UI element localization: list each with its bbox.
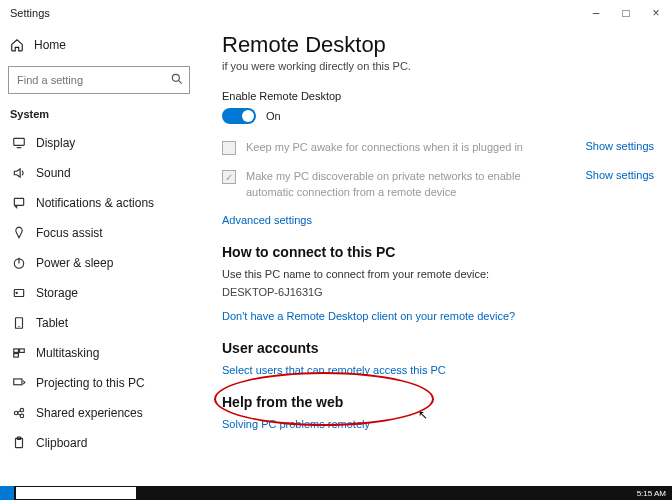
clipboard-icon <box>12 436 26 450</box>
advanced-settings-link[interactable]: Advanced settings <box>222 214 654 226</box>
sidebar-search[interactable] <box>8 66 190 94</box>
connect-text: Use this PC name to connect from your re… <box>222 268 654 280</box>
sound-icon <box>12 166 26 180</box>
svg-point-0 <box>172 74 179 81</box>
window-title: Settings <box>8 7 588 19</box>
sidebar-item-power[interactable]: Power & sleep <box>8 248 190 278</box>
sidebar-item-projecting[interactable]: Projecting to this PC <box>8 368 190 398</box>
sidebar-item-clipboard[interactable]: Clipboard <box>8 428 190 458</box>
svg-rect-12 <box>20 349 25 353</box>
sidebar-home[interactable]: Home <box>8 32 190 62</box>
titlebar: Settings – □ × <box>0 0 672 26</box>
sidebar-item-sound[interactable]: Sound <box>8 158 190 188</box>
search-input[interactable] <box>8 66 190 94</box>
sidebar-item-notifications[interactable]: Notifications & actions <box>8 188 190 218</box>
help-link[interactable]: Solving PC problems remotely <box>222 418 654 430</box>
sidebar-item-label: Tablet <box>36 316 68 330</box>
sidebar-item-label: Focus assist <box>36 226 103 240</box>
home-icon <box>10 38 24 52</box>
main-content: Remote Desktop if you were working direc… <box>198 26 672 486</box>
svg-rect-4 <box>14 198 23 205</box>
svg-rect-14 <box>14 379 22 385</box>
sidebar-item-display[interactable]: Display <box>8 128 190 158</box>
page-title: Remote Desktop <box>222 32 654 58</box>
window-buttons: – □ × <box>588 6 664 20</box>
svg-line-18 <box>17 411 21 413</box>
sidebar-item-label: Notifications & actions <box>36 196 154 210</box>
sidebar-item-multitasking[interactable]: Multitasking <box>8 338 190 368</box>
keep-awake-checkbox[interactable] <box>222 141 236 155</box>
sidebar-home-label: Home <box>34 38 66 52</box>
sidebar-item-label: Sound <box>36 166 71 180</box>
keep-awake-label: Keep my PC awake for connections when it… <box>246 140 576 155</box>
sidebar-item-label: Shared experiences <box>36 406 143 420</box>
enable-label: Enable Remote Desktop <box>222 90 654 102</box>
taskbar-search[interactable] <box>16 487 136 499</box>
sidebar-item-label: Display <box>36 136 75 150</box>
search-icon <box>170 72 184 86</box>
multitasking-icon <box>12 346 26 360</box>
sidebar-group-head: System <box>10 108 190 120</box>
sidebar-item-label: Storage <box>36 286 78 300</box>
sidebar-item-storage[interactable]: Storage <box>8 278 190 308</box>
svg-rect-2 <box>14 138 25 145</box>
shared-icon <box>12 406 26 420</box>
taskbar[interactable]: 5:15 AM <box>0 486 672 500</box>
svg-line-19 <box>17 414 21 416</box>
tablet-icon <box>12 316 26 330</box>
sidebar-item-shared[interactable]: Shared experiences <box>8 398 190 428</box>
sidebar-item-label: Power & sleep <box>36 256 113 270</box>
discoverable-label: Make my PC discoverable on private netwo… <box>246 169 576 200</box>
user-accounts-heading: User accounts <box>222 340 654 356</box>
taskbar-clock[interactable]: 5:15 AM <box>631 489 672 498</box>
sidebar: Home System Display Sound Notifications … <box>0 26 198 486</box>
svg-rect-13 <box>14 354 19 358</box>
power-icon <box>12 256 26 270</box>
notifications-icon <box>12 196 26 210</box>
focus-assist-icon <box>12 226 26 240</box>
show-settings-link-1[interactable]: Show settings <box>586 140 654 152</box>
svg-point-8 <box>16 292 17 293</box>
display-icon <box>12 136 26 150</box>
start-button[interactable] <box>0 486 14 500</box>
no-client-link[interactable]: Don't have a Remote Desktop client on yo… <box>222 310 654 322</box>
enable-toggle[interactable] <box>222 108 256 124</box>
close-button[interactable]: × <box>648 6 664 20</box>
sidebar-item-label: Projecting to this PC <box>36 376 145 390</box>
sidebar-item-label: Clipboard <box>36 436 87 450</box>
page-subtitle: if you were working directly on this PC. <box>222 60 654 72</box>
storage-icon <box>12 286 26 300</box>
select-users-link[interactable]: Select users that can remotely access th… <box>222 364 654 376</box>
sidebar-item-focus-assist[interactable]: Focus assist <box>8 218 190 248</box>
pc-name: DESKTOP-6J1631G <box>222 286 654 298</box>
minimize-button[interactable]: – <box>588 6 604 20</box>
maximize-button[interactable]: □ <box>618 6 634 20</box>
connect-heading: How to connect to this PC <box>222 244 654 260</box>
projecting-icon <box>12 376 26 390</box>
toggle-state: On <box>266 110 281 122</box>
show-settings-link-2[interactable]: Show settings <box>586 169 654 181</box>
help-heading: Help from the web <box>222 394 654 410</box>
svg-rect-11 <box>14 349 19 353</box>
sidebar-item-tablet[interactable]: Tablet <box>8 308 190 338</box>
discoverable-checkbox[interactable] <box>222 170 236 184</box>
sidebar-item-label: Multitasking <box>36 346 99 360</box>
svg-line-1 <box>178 80 181 83</box>
